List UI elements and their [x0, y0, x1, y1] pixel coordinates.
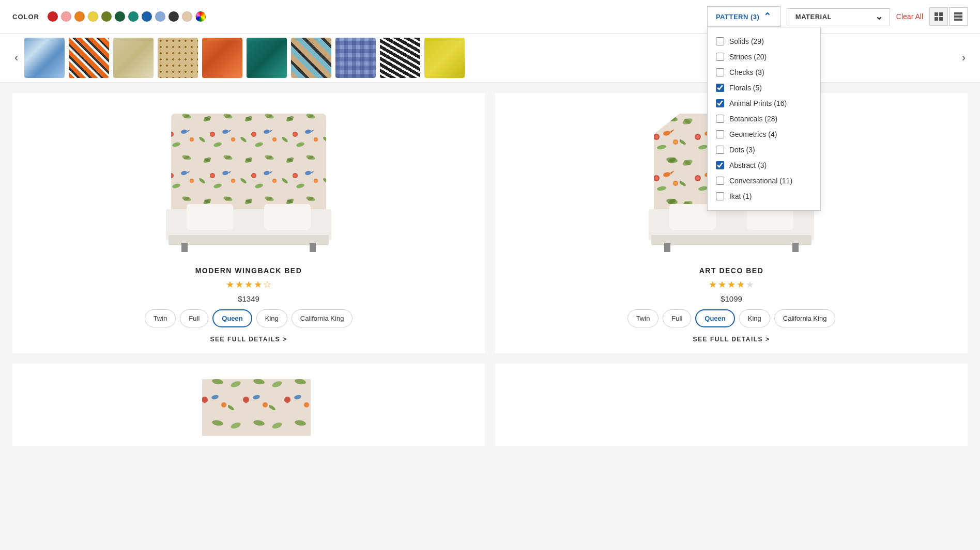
- pattern-item-ikat[interactable]: Ikat (1): [708, 188, 820, 204]
- svg-rect-4: [954, 12, 962, 14]
- size-twin-modern[interactable]: Twin: [145, 309, 176, 327]
- color-dot-charcoal[interactable]: [169, 11, 179, 22]
- fabric-swatch-stripe[interactable]: [291, 38, 331, 78]
- svg-rect-14: [310, 243, 316, 252]
- filter-controls: PATTERN (3) ⌃ Solids (29)Stripes (20)Che…: [707, 6, 968, 27]
- fabric-swatch-orange-cheetah[interactable]: [202, 38, 242, 78]
- view-toggle: [929, 7, 968, 26]
- clear-all-button[interactable]: Clear All: [896, 12, 923, 21]
- star-2: ★: [718, 279, 726, 290]
- color-dot-dark-green[interactable]: [115, 11, 125, 22]
- pattern-label: PATTERN (3): [716, 13, 759, 21]
- empty-slot: [495, 364, 968, 446]
- size-options-art-deco: Twin Full Queen King California King: [627, 309, 836, 327]
- color-dot-light-blue[interactable]: [155, 11, 165, 22]
- color-dot-red[interactable]: [48, 11, 58, 22]
- size-california-king-art-deco[interactable]: California King: [774, 309, 836, 327]
- svg-rect-8: [171, 114, 326, 212]
- pattern-item-animal-prints[interactable]: Animal Prints (16): [708, 96, 820, 111]
- pattern-item-conversational[interactable]: Conversational (11): [708, 173, 820, 188]
- fabric-swatch-beige-animal[interactable]: [113, 38, 154, 78]
- see-full-details-modern[interactable]: SEE FULL DETAILS >: [210, 336, 287, 343]
- bed-image-modern-wingback: [156, 108, 342, 253]
- color-dot-olive[interactable]: [101, 11, 112, 22]
- fabric-swatch-orange-zebra[interactable]: [69, 38, 109, 78]
- svg-rect-11: [264, 204, 311, 230]
- svg-rect-10: [187, 204, 233, 230]
- grid-icon: [934, 12, 943, 21]
- size-queen-art-deco[interactable]: Queen: [695, 309, 734, 327]
- size-king-art-deco[interactable]: King: [739, 309, 770, 327]
- product-card-modern-wingback-bed: MODERN WINGBACK BED ★ ★ ★ ★ ☆ $1349 Twin…: [12, 93, 485, 353]
- svg-rect-31: [651, 235, 811, 245]
- star-4: ★: [254, 279, 262, 290]
- color-dot-blue[interactable]: [142, 11, 152, 22]
- grid-view-button[interactable]: [929, 7, 948, 26]
- pattern-checkbox-florals[interactable]: [716, 84, 724, 92]
- pattern-dropdown-menu: Solids (29)Stripes (20)Checks (3)Florals…: [707, 27, 821, 211]
- pattern-checkbox-botanicals[interactable]: [716, 115, 724, 123]
- size-queen-modern[interactable]: Queen: [212, 309, 252, 327]
- pattern-checkbox-geometrics[interactable]: [716, 130, 724, 138]
- size-full-modern[interactable]: Full: [180, 309, 208, 327]
- color-dot-teal[interactable]: [128, 11, 139, 22]
- svg-rect-33: [792, 243, 799, 252]
- pattern-dropdown-button[interactable]: PATTERN (3) ⌃: [707, 6, 780, 27]
- color-dot-tan[interactable]: [182, 11, 192, 22]
- svg-rect-12: [169, 235, 329, 245]
- pattern-checkbox-animal-prints[interactable]: [716, 99, 724, 107]
- swatches-next-arrow[interactable]: ›: [960, 49, 968, 67]
- size-california-king-modern[interactable]: California King: [292, 309, 353, 327]
- svg-rect-2: [935, 17, 938, 21]
- pattern-dropdown: PATTERN (3) ⌃ Solids (29)Stripes (20)Che…: [707, 6, 780, 27]
- color-dot-orange[interactable]: [74, 11, 85, 22]
- pattern-checkbox-solids[interactable]: [716, 37, 724, 45]
- pattern-item-checks[interactable]: Checks (3): [708, 65, 820, 80]
- product-stars-modern-wingback: ★ ★ ★ ★ ☆: [226, 279, 271, 290]
- fabric-swatch-bw-zebra[interactable]: [380, 38, 420, 78]
- star-5: ☆: [263, 279, 271, 290]
- size-king-modern[interactable]: King: [256, 309, 287, 327]
- pattern-item-botanicals[interactable]: Botanicals (28): [708, 111, 820, 127]
- swatches-prev-arrow[interactable]: ‹: [12, 49, 20, 67]
- svg-rect-6: [954, 19, 962, 21]
- products-grid: MODERN WINGBACK BED ★ ★ ★ ★ ☆ $1349 Twin…: [12, 93, 968, 353]
- pattern-item-florals[interactable]: Florals (5): [708, 80, 820, 96]
- main-content: MODERN WINGBACK BED ★ ★ ★ ★ ☆ $1349 Twin…: [0, 83, 980, 457]
- fabric-swatch-tan-dots[interactable]: [158, 38, 198, 78]
- pattern-item-abstract[interactable]: Abstract (3): [708, 158, 820, 173]
- fabric-swatch-blue-floral[interactable]: [24, 38, 65, 78]
- svg-rect-1: [939, 12, 943, 16]
- pattern-checkbox-abstract[interactable]: [716, 161, 724, 169]
- star-2: ★: [235, 279, 243, 290]
- fabric-swatch-yellow[interactable]: [424, 38, 465, 78]
- see-full-details-art-deco[interactable]: SEE FULL DETAILS >: [693, 336, 770, 343]
- material-dropdown-button[interactable]: MATERIAL ⌄: [787, 8, 890, 25]
- size-twin-art-deco[interactable]: Twin: [627, 309, 659, 327]
- fabric-swatch-teal[interactable]: [247, 38, 287, 78]
- product-name-modern-wingback: MODERN WINGBACK BED: [195, 266, 302, 275]
- size-full-art-deco[interactable]: Full: [663, 309, 691, 327]
- filter-bar: COLOR PATTERN (3) ⌃ Solids (29)Stripes (…: [0, 0, 980, 34]
- pattern-item-dots[interactable]: Dots (3): [708, 142, 820, 158]
- pattern-item-solids[interactable]: Solids (29): [708, 34, 820, 49]
- pattern-checkbox-dots[interactable]: [716, 146, 724, 154]
- pattern-checkbox-checks[interactable]: [716, 68, 724, 76]
- star-1: ★: [226, 279, 234, 290]
- svg-rect-48: [202, 379, 311, 436]
- product-image-modern-wingback[interactable]: [23, 103, 474, 258]
- color-dot-yellow[interactable]: [88, 11, 98, 22]
- star-4: ★: [737, 279, 745, 290]
- pattern-checkbox-ikat[interactable]: [716, 192, 724, 200]
- pattern-item-stripes[interactable]: Stripes (20): [708, 49, 820, 65]
- pattern-checkbox-conversational[interactable]: [716, 177, 724, 185]
- pattern-checkbox-stripes[interactable]: [716, 53, 724, 61]
- color-dot-pink[interactable]: [61, 11, 71, 22]
- fabric-swatch-blue-check[interactable]: [335, 38, 376, 78]
- list-view-button[interactable]: [949, 7, 968, 26]
- star-5: ★: [746, 279, 754, 290]
- partial-bed-image: [187, 374, 311, 436]
- list-icon: [954, 12, 963, 21]
- pattern-item-geometrics[interactable]: Geometrics (4): [708, 127, 820, 142]
- color-dot-multicolor[interactable]: [195, 11, 206, 22]
